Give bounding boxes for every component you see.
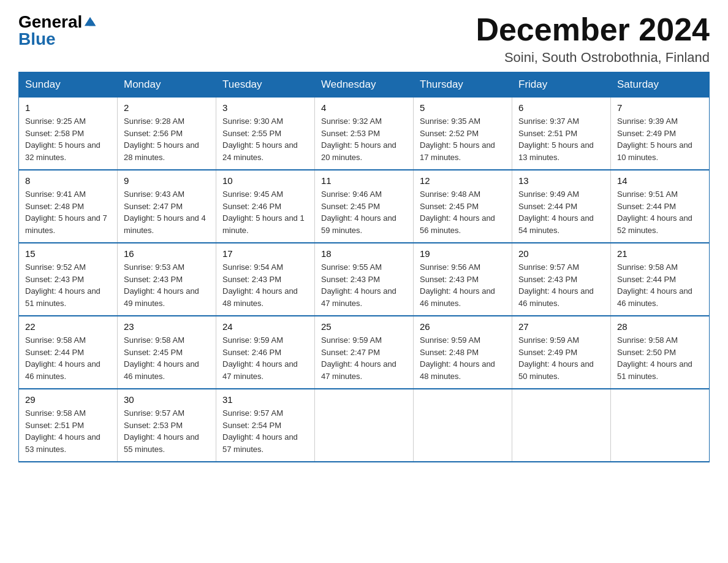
day-cell: 6 Sunrise: 9:37 AMSunset: 2:51 PMDayligh… [512, 98, 611, 170]
day-number: 20 [518, 248, 604, 259]
day-cell: 22 Sunrise: 9:58 AMSunset: 2:44 PMDaylig… [19, 316, 118, 389]
day-info: Sunrise: 9:55 AMSunset: 2:43 PMDaylight:… [321, 261, 407, 309]
day-cell [611, 389, 710, 462]
day-cell: 27 Sunrise: 9:59 AMSunset: 2:49 PMDaylig… [512, 316, 611, 389]
day-info: Sunrise: 9:49 AMSunset: 2:44 PMDaylight:… [518, 188, 604, 236]
week-row-5: 29 Sunrise: 9:58 AMSunset: 2:51 PMDaylig… [19, 389, 710, 462]
day-number: 6 [518, 102, 604, 113]
day-cell: 15 Sunrise: 9:52 AMSunset: 2:43 PMDaylig… [19, 243, 118, 316]
day-cell: 8 Sunrise: 9:41 AMSunset: 2:48 PMDayligh… [19, 170, 118, 243]
day-number: 26 [420, 321, 506, 332]
day-number: 28 [617, 321, 703, 332]
day-number: 15 [25, 248, 111, 259]
day-info: Sunrise: 9:58 AMSunset: 2:51 PMDaylight:… [25, 407, 111, 455]
day-cell: 3 Sunrise: 9:30 AMSunset: 2:55 PMDayligh… [216, 98, 315, 170]
day-number: 11 [321, 175, 407, 186]
day-info: Sunrise: 9:58 AMSunset: 2:45 PMDaylight:… [124, 334, 210, 382]
day-number: 18 [321, 248, 407, 259]
day-cell: 30 Sunrise: 9:57 AMSunset: 2:53 PMDaylig… [118, 389, 216, 462]
day-cell: 9 Sunrise: 9:43 AMSunset: 2:47 PMDayligh… [118, 170, 216, 243]
day-info: Sunrise: 9:58 AMSunset: 2:44 PMDaylight:… [25, 334, 111, 382]
day-cell: 4 Sunrise: 9:32 AMSunset: 2:53 PMDayligh… [315, 98, 414, 170]
day-number: 30 [124, 394, 210, 405]
week-row-4: 22 Sunrise: 9:58 AMSunset: 2:44 PMDaylig… [19, 316, 710, 389]
day-number: 1 [25, 102, 111, 113]
day-info: Sunrise: 9:46 AMSunset: 2:45 PMDaylight:… [321, 188, 407, 236]
day-cell: 17 Sunrise: 9:54 AMSunset: 2:43 PMDaylig… [216, 243, 315, 316]
day-number: 5 [420, 102, 506, 113]
location-title: Soini, South Ostrobothnia, Finland [476, 50, 710, 66]
day-info: Sunrise: 9:59 AMSunset: 2:46 PMDaylight:… [222, 334, 308, 382]
day-info: Sunrise: 9:39 AMSunset: 2:49 PMDaylight:… [617, 115, 703, 163]
day-cell: 7 Sunrise: 9:39 AMSunset: 2:49 PMDayligh… [611, 98, 710, 170]
day-cell: 20 Sunrise: 9:57 AMSunset: 2:43 PMDaylig… [512, 243, 611, 316]
day-number: 8 [25, 175, 111, 186]
day-number: 7 [617, 102, 703, 113]
day-number: 9 [124, 175, 210, 186]
day-number: 19 [420, 248, 506, 259]
day-cell: 19 Sunrise: 9:56 AMSunset: 2:43 PMDaylig… [414, 243, 512, 316]
week-row-1: 1 Sunrise: 9:25 AMSunset: 2:58 PMDayligh… [19, 98, 710, 170]
header-cell-sunday: Sunday [19, 72, 118, 98]
day-cell: 21 Sunrise: 9:58 AMSunset: 2:44 PMDaylig… [611, 243, 710, 316]
day-info: Sunrise: 9:57 AMSunset: 2:43 PMDaylight:… [518, 261, 604, 309]
week-row-2: 8 Sunrise: 9:41 AMSunset: 2:48 PMDayligh… [19, 170, 710, 243]
day-info: Sunrise: 9:56 AMSunset: 2:43 PMDaylight:… [420, 261, 506, 309]
calendar-table: SundayMondayTuesdayWednesdayThursdayFrid… [18, 72, 710, 462]
day-number: 13 [518, 175, 604, 186]
day-cell: 2 Sunrise: 9:28 AMSunset: 2:56 PMDayligh… [118, 98, 216, 170]
day-cell [315, 389, 414, 462]
month-title: December 2024 [476, 12, 710, 47]
header-cell-friday: Friday [512, 72, 611, 98]
title-block: December 2024 Soini, South Ostrobothnia,… [476, 12, 710, 66]
logo-icon [83, 15, 97, 28]
day-number: 16 [124, 248, 210, 259]
day-info: Sunrise: 9:51 AMSunset: 2:44 PMDaylight:… [617, 188, 703, 236]
day-number: 31 [222, 394, 308, 405]
header-cell-saturday: Saturday [611, 72, 710, 98]
day-number: 2 [124, 102, 210, 113]
day-info: Sunrise: 9:59 AMSunset: 2:47 PMDaylight:… [321, 334, 407, 382]
day-number: 12 [420, 175, 506, 186]
day-info: Sunrise: 9:25 AMSunset: 2:58 PMDaylight:… [25, 115, 111, 163]
header-cell-thursday: Thursday [414, 72, 512, 98]
header-cell-tuesday: Tuesday [216, 72, 315, 98]
day-info: Sunrise: 9:32 AMSunset: 2:53 PMDaylight:… [321, 115, 407, 163]
day-info: Sunrise: 9:53 AMSunset: 2:43 PMDaylight:… [124, 261, 210, 309]
day-info: Sunrise: 9:52 AMSunset: 2:43 PMDaylight:… [25, 261, 111, 309]
header-cell-monday: Monday [118, 72, 216, 98]
day-number: 4 [321, 102, 407, 113]
day-info: Sunrise: 9:54 AMSunset: 2:43 PMDaylight:… [222, 261, 308, 309]
day-info: Sunrise: 9:48 AMSunset: 2:45 PMDaylight:… [420, 188, 506, 236]
day-cell: 24 Sunrise: 9:59 AMSunset: 2:46 PMDaylig… [216, 316, 315, 389]
day-number: 23 [124, 321, 210, 332]
day-number: 25 [321, 321, 407, 332]
day-cell: 12 Sunrise: 9:48 AMSunset: 2:45 PMDaylig… [414, 170, 512, 243]
day-info: Sunrise: 9:59 AMSunset: 2:48 PMDaylight:… [420, 334, 506, 382]
day-info: Sunrise: 9:43 AMSunset: 2:47 PMDaylight:… [124, 188, 210, 236]
day-cell: 5 Sunrise: 9:35 AMSunset: 2:52 PMDayligh… [414, 98, 512, 170]
day-cell: 28 Sunrise: 9:58 AMSunset: 2:50 PMDaylig… [611, 316, 710, 389]
day-info: Sunrise: 9:57 AMSunset: 2:53 PMDaylight:… [124, 407, 210, 455]
day-cell: 1 Sunrise: 9:25 AMSunset: 2:58 PMDayligh… [19, 98, 118, 170]
day-cell: 23 Sunrise: 9:58 AMSunset: 2:45 PMDaylig… [118, 316, 216, 389]
page-header: General Blue December 2024 Soini, South … [18, 12, 710, 66]
day-cell: 26 Sunrise: 9:59 AMSunset: 2:48 PMDaylig… [414, 316, 512, 389]
day-cell: 25 Sunrise: 9:59 AMSunset: 2:47 PMDaylig… [315, 316, 414, 389]
day-number: 21 [617, 248, 703, 259]
week-row-3: 15 Sunrise: 9:52 AMSunset: 2:43 PMDaylig… [19, 243, 710, 316]
calendar-header: SundayMondayTuesdayWednesdayThursdayFrid… [19, 72, 710, 98]
logo-blue-text: Blue [18, 29, 56, 49]
day-info: Sunrise: 9:35 AMSunset: 2:52 PMDaylight:… [420, 115, 506, 163]
day-number: 10 [222, 175, 308, 186]
day-info: Sunrise: 9:58 AMSunset: 2:50 PMDaylight:… [617, 334, 703, 382]
day-number: 24 [222, 321, 308, 332]
day-info: Sunrise: 9:58 AMSunset: 2:44 PMDaylight:… [617, 261, 703, 309]
day-cell [512, 389, 611, 462]
day-cell: 10 Sunrise: 9:45 AMSunset: 2:46 PMDaylig… [216, 170, 315, 243]
day-info: Sunrise: 9:57 AMSunset: 2:54 PMDaylight:… [222, 407, 308, 455]
day-cell: 11 Sunrise: 9:46 AMSunset: 2:45 PMDaylig… [315, 170, 414, 243]
day-cell: 29 Sunrise: 9:58 AMSunset: 2:51 PMDaylig… [19, 389, 118, 462]
header-cell-wednesday: Wednesday [315, 72, 414, 98]
day-number: 17 [222, 248, 308, 259]
